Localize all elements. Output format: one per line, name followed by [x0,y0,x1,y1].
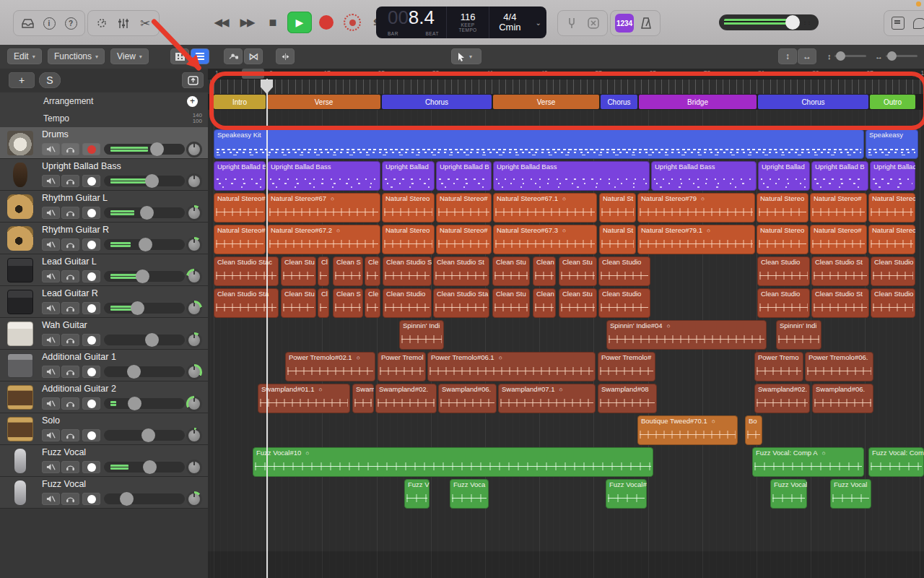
tempo-track-header[interactable]: Tempo 140100 [0,110,208,128]
volume-knob[interactable] [145,174,159,188]
cycle-range[interactable] [242,69,264,79]
arrangement-marker-verse[interactable]: Verse [267,95,380,109]
volume-knob[interactable] [143,460,157,474]
horizontal-auto-zoom-button[interactable]: ↔ [798,48,816,64]
region[interactable]: Natural Stereo#79.1○ [637,225,755,254]
mute-button[interactable] [42,175,60,187]
mute-button[interactable] [42,238,60,251]
pan-knob[interactable] [186,428,202,444]
mute-button[interactable] [42,493,60,505]
region[interactable]: Fuzz Vocal [770,479,807,509]
region[interactable]: Natural Stereo# [214,193,266,223]
volume-knob[interactable] [140,206,154,220]
scissors-icon[interactable]: ✂ [136,14,154,33]
mute-button[interactable] [42,397,60,410]
solo-mode-button[interactable]: S [39,72,61,88]
region[interactable]: Natural Stereo#67.1○ [493,193,597,223]
functions-menu[interactable]: Functions▾ [48,48,105,64]
list-view-button[interactable] [191,48,209,64]
track-volume-slider[interactable] [104,430,185,441]
region[interactable]: Clean Studio [383,288,432,318]
region[interactable]: Upright Ballad B [214,161,266,191]
region[interactable]: Natural Stereo [382,225,435,254]
lcd-key-signature[interactable]: 4/4 Cmin [489,7,530,38]
record-enable-button[interactable] [82,238,100,251]
track-name[interactable]: Rhythm Guitar L [42,193,108,203]
region[interactable]: Swam [352,384,374,413]
stop-button[interactable]: ■ [261,12,284,33]
arrangement-marker-chorus[interactable]: Chorus [382,95,492,109]
track-header[interactable]: Rhythm Guitar R [0,223,208,254]
region[interactable]: Fuzz Vocal: Com [868,447,924,477]
track-volume-slider[interactable] [104,271,185,282]
region[interactable]: Clean Studio St [811,288,869,318]
record-enable-button[interactable] [82,461,100,473]
region[interactable]: Swampland#02. [375,384,437,413]
region[interactable]: Clean S [333,256,363,286]
region[interactable]: Natural Stereo# [214,225,266,254]
track-header[interactable]: Fuzz Vocal [0,477,208,509]
region[interactable]: Swampland#01.1○ [258,384,350,413]
solo-headphones-button[interactable] [61,270,79,282]
region[interactable]: Clean S [333,288,363,318]
region[interactable]: Cle [365,288,380,318]
track-header[interactable]: Solo [0,413,208,445]
quick-help-tray-icon[interactable] [18,14,37,33]
track-name[interactable]: Wah Guitar [42,320,87,330]
region[interactable]: Clean Stu [281,256,316,286]
region[interactable]: Upright Ballad B [436,161,492,191]
region[interactable]: Clean Studio St [433,256,489,286]
grid-view-button[interactable] [170,48,189,64]
solo-headphones-button[interactable] [61,397,79,410]
pan-knob[interactable] [186,205,202,221]
capture-recording-button[interactable] [341,12,364,33]
region[interactable]: Clean Studio St [811,256,869,286]
region[interactable]: Natural Stereo# [436,225,492,254]
region[interactable]: Natural Stereo [868,193,915,223]
region[interactable]: Cl [318,256,329,286]
arrangement-marker-chorus[interactable]: Chorus [601,95,637,109]
region[interactable]: Upright Ballad Bass [267,161,380,191]
pan-knob[interactable] [186,269,202,285]
mute-button[interactable] [42,302,60,314]
region[interactable]: Clean [533,288,556,318]
pointer-tool-menu[interactable]: ▾ [451,48,481,64]
track-name[interactable]: Additional Guitar 1 [42,352,116,362]
volume-knob[interactable] [136,269,149,283]
region[interactable]: Clean Stu [492,256,530,286]
region[interactable]: Natural Stereo#67.2○ [267,225,380,254]
region[interactable]: Clean Studio [598,256,650,286]
record-enable-button[interactable] [82,143,100,155]
track-header[interactable]: Upright Ballad Bass [0,159,208,191]
lcd-tempo[interactable]: 116 KEEP TEMPO [447,7,489,38]
region[interactable]: Natural Stereo [868,225,915,254]
mixer-icon[interactable] [114,14,133,33]
region[interactable]: Natural Stereo#79○ [637,193,755,223]
region[interactable]: Natural Stereo# [810,225,867,254]
region[interactable]: Swampland#07.1○ [498,384,596,413]
mute-button[interactable] [42,461,60,473]
pan-knob[interactable] [186,332,202,348]
track-name[interactable]: Lead Guitar R [42,288,98,298]
track-header[interactable]: Additional Guitar 1 [0,350,208,381]
track-volume-slider[interactable] [104,303,185,314]
pan-knob[interactable] [186,142,202,158]
volume-knob[interactable] [127,365,141,379]
pan-knob[interactable] [186,491,202,507]
volume-knob[interactable] [128,397,141,410]
arrangement-marker-intro[interactable]: Intro [214,95,266,109]
region[interactable]: Clean Studio [757,256,810,286]
solo-headphones-button[interactable] [61,302,79,314]
track-name[interactable]: Rhythm Guitar R [42,225,109,235]
mute-button[interactable] [42,429,60,441]
solo-headphones-button[interactable] [61,461,79,473]
region[interactable]: Clean Studio [757,288,810,318]
region[interactable]: Natural Stereo [382,193,435,223]
region[interactable]: Natural St [599,225,636,254]
count-in-button[interactable]: 1234 [615,14,634,33]
region[interactable]: Power Tremolo#02.1○ [285,352,375,381]
lcd-chevron-icon[interactable]: ⌄ [531,7,546,38]
master-volume-knob[interactable] [785,15,800,30]
play-button[interactable]: ▶ [287,12,312,33]
smart-controls-icon[interactable] [92,14,111,33]
